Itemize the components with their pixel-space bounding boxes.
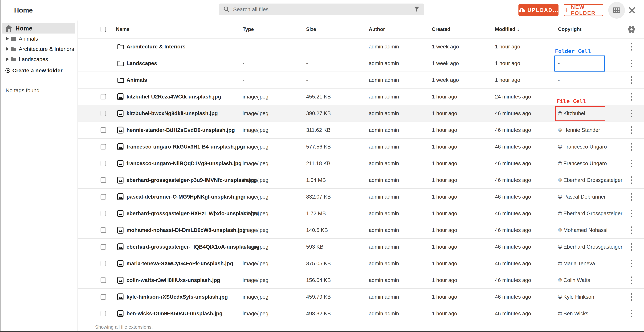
row-checkbox[interactable] — [100, 222, 106, 238]
row-menu-kebab-icon[interactable] — [629, 108, 634, 119]
row-checkbox[interactable] — [100, 189, 106, 205]
row-checkbox[interactable] — [100, 255, 106, 272]
file-created: 1 hour ago — [432, 205, 457, 222]
column-header-copyright[interactable]: Copyright — [558, 21, 582, 38]
row-menu-kebab-icon[interactable] — [629, 125, 634, 135]
column-header-type[interactable]: Type — [242, 21, 254, 38]
row-checkbox[interactable] — [100, 305, 106, 322]
file-name[interactable]: hennie-stander-BtHtZsGvdD0-unsplash.jpg — [126, 122, 235, 138]
file-name[interactable]: colin-watts-r3wH8lliUxs-unsplash.jpg — [126, 272, 220, 288]
folder-icon — [11, 47, 16, 51]
sidebar-item-landscapes[interactable]: Landscapes — [0, 54, 78, 64]
table-row[interactable]: francesco-ungaro-RkGUx3H1-B4-unsplash.jp… — [78, 138, 644, 155]
file-created: 1 hour ago — [432, 138, 457, 155]
file-name[interactable]: Animals — [126, 72, 147, 88]
file-name[interactable]: Landscapes — [126, 55, 157, 72]
row-menu-kebab-icon[interactable] — [629, 41, 634, 52]
column-header-modified[interactable]: Modified↓ — [495, 21, 520, 38]
file-name[interactable]: ben-wicks-Dtm9FK50sIU-unsplash.jpg — [126, 305, 222, 322]
no-tags-message: No tags found... — [6, 87, 44, 93]
column-header-size[interactable]: Size — [306, 21, 316, 38]
row-checkbox[interactable] — [100, 122, 106, 138]
row-checkbox[interactable] — [100, 72, 106, 88]
file-author: admin admin — [369, 189, 399, 205]
search-bar[interactable] — [219, 4, 424, 15]
table-row[interactable]: eberhard-grossgasteiger-HXHzI_Wjxdo-unsp… — [78, 205, 644, 222]
row-menu-kebab-icon[interactable] — [629, 292, 634, 302]
file-name[interactable]: mohamed-nohassi-Di-DmLD6cW8-unsplash.jpg — [126, 222, 246, 238]
row-checkbox[interactable] — [100, 272, 106, 288]
row-checkbox[interactable] — [100, 105, 106, 122]
file-name[interactable]: francesco-ungaro-RkGUx3H1-B4-unsplash.jp… — [126, 138, 243, 155]
row-checkbox[interactable] — [100, 155, 106, 172]
row-menu-kebab-icon[interactable] — [629, 208, 634, 219]
sidebar-item-animals[interactable]: Animals — [0, 34, 78, 44]
sidebar-item-architecture-interiors[interactable]: Architecture & Interiors — [0, 44, 78, 54]
row-menu-kebab-icon[interactable] — [629, 275, 634, 286]
sidebar-folder-label: Landscapes — [19, 56, 48, 62]
file-name[interactable]: kitzbuhel-bwcxNg8dkiI-unsplash.jpg — [126, 105, 218, 122]
table-row[interactable]: hennie-stander-BtHtZsGvdD0-unsplash.jpg … — [78, 122, 644, 138]
row-menu-kebab-icon[interactable] — [629, 75, 634, 85]
expand-caret-icon[interactable] — [6, 37, 9, 40]
table-row[interactable]: pascal-debrunner-O-MG9HpNKgI-unsplash.jp… — [78, 189, 644, 205]
expand-caret-icon[interactable] — [6, 57, 9, 61]
row-checkbox[interactable] — [100, 89, 106, 105]
file-name[interactable]: maria-teneva-SXwCyG4FoPk-unsplash.jpg — [126, 255, 233, 272]
row-checkbox[interactable] — [100, 289, 106, 305]
row-menu-kebab-icon[interactable] — [629, 158, 634, 169]
row-menu-kebab-icon[interactable] — [629, 175, 634, 186]
column-header-created[interactable]: Created — [432, 21, 450, 38]
filter-icon[interactable] — [414, 6, 420, 13]
file-name[interactable]: Architecture & Interiors — [126, 39, 186, 55]
file-name[interactable]: kyle-hinkson-rXSUedxSyIs-unsplash.jpg — [126, 289, 228, 305]
image-file-icon — [117, 210, 124, 217]
new-folder-button[interactable]: NEW FOLDER — [564, 4, 603, 16]
row-menu-kebab-icon[interactable] — [629, 242, 634, 252]
row-menu-kebab-icon[interactable] — [629, 91, 634, 102]
row-menu-kebab-icon[interactable] — [629, 141, 634, 152]
table-row[interactable]: Animals - - admin admin 1 week ago 1 hou… — [78, 72, 644, 89]
expand-caret-icon[interactable] — [6, 47, 9, 51]
row-menu-kebab-icon[interactable] — [629, 192, 634, 202]
row-menu-kebab-icon[interactable] — [629, 225, 634, 236]
column-header-author[interactable]: Author — [369, 21, 385, 38]
file-cell-annotation-label: File Cell — [556, 98, 586, 104]
row-checkbox[interactable] — [100, 205, 106, 222]
table-row[interactable]: eberhard-grossgasteiger-_lQB4QlX1oA-unsp… — [78, 239, 644, 255]
table-row[interactable]: francesco-ungaro-NilBQqD1Vg8-unsplash.jp… — [78, 155, 644, 172]
table-row[interactable]: colin-watts-r3wH8lliUxs-unsplash.jpg ima… — [78, 272, 644, 289]
row-menu-kebab-icon[interactable] — [629, 308, 634, 319]
sidebar-item-home[interactable]: Home — [2, 23, 75, 34]
file-name[interactable]: eberhard-grossgasteiger-_lQB4QlX1oA-unsp… — [126, 239, 259, 255]
close-button[interactable] — [628, 6, 636, 15]
image-file-icon — [117, 160, 124, 167]
table-settings-button[interactable] — [628, 21, 635, 38]
sidebar-divider — [4, 80, 73, 80]
file-name[interactable]: eberhard-grossgasteiger-p3u9-lMVNfc-unsp… — [126, 172, 257, 188]
upload-button[interactable]: UPLOAD... — [518, 4, 558, 16]
row-menu-kebab-icon[interactable] — [629, 258, 634, 269]
search-input[interactable] — [230, 4, 414, 15]
row-checkbox[interactable] — [100, 138, 106, 155]
table-row[interactable]: maria-teneva-SXwCyG4FoPk-unsplash.jpg im… — [78, 255, 644, 272]
row-checkbox[interactable] — [100, 239, 106, 255]
file-name[interactable]: francesco-ungaro-NilBQqD1Vg8-unsplash.jp… — [126, 155, 242, 172]
column-header-name[interactable]: Name — [116, 21, 130, 38]
folder-icon — [117, 44, 124, 50]
file-name[interactable]: kitzbuhel-U2Reza4WCtk-unsplash.jpg — [126, 89, 221, 105]
row-menu-kebab-icon[interactable] — [629, 58, 634, 69]
row-checkbox[interactable] — [100, 55, 106, 72]
grid-view-toggle-button[interactable] — [608, 2, 625, 19]
create-new-folder-button[interactable]: Create a new folder — [0, 65, 62, 76]
row-checkbox[interactable] — [100, 172, 106, 188]
table-row[interactable]: kyle-hinkson-rXSUedxSyIs-unsplash.jpg im… — [78, 289, 644, 305]
file-name[interactable]: eberhard-grossgasteiger-HXHzI_Wjxdo-unsp… — [126, 205, 259, 222]
row-checkbox[interactable] — [100, 39, 106, 55]
select-all-checkbox[interactable] — [100, 21, 106, 38]
file-name[interactable]: pascal-debrunner-O-MG9HpNKgI-unsplash.jp… — [126, 189, 244, 205]
table-row[interactable]: mohamed-nohassi-Di-DmLD6cW8-unsplash.jpg… — [78, 222, 644, 239]
table-row[interactable]: ben-wicks-Dtm9FK50sIU-unsplash.jpg image… — [78, 305, 644, 322]
table-row[interactable]: eberhard-grossgasteiger-p3u9-lMVNfc-unsp… — [78, 172, 644, 189]
file-modified: 46 minutes ago — [495, 189, 531, 205]
